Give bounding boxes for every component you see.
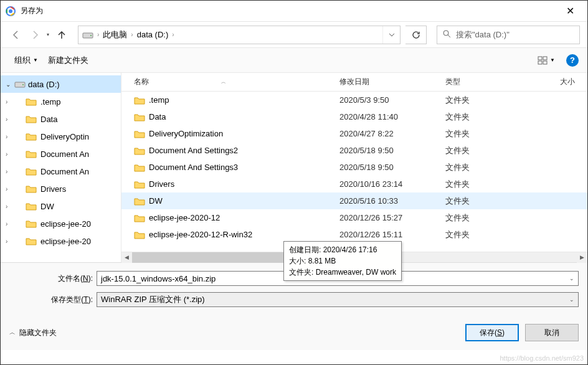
expand-icon[interactable]: › xyxy=(6,203,14,210)
scroll-right-button[interactable]: ▶ xyxy=(577,252,587,263)
file-name: DeliveryOptimization xyxy=(149,129,223,138)
nav-up-button[interactable] xyxy=(54,27,69,42)
address-dropdown-button[interactable] xyxy=(382,26,400,44)
tree-item-label: eclipse-jee-20 xyxy=(40,237,91,246)
tree-item[interactable]: ›eclipse-jee-20 xyxy=(1,232,121,250)
column-headers: 名称︿ 修改日期 类型 大小 xyxy=(121,73,587,92)
file-date: 2020/10/16 23:14 xyxy=(339,179,445,189)
search-placeholder: 搜索"data (D:)" xyxy=(456,29,510,40)
expand-icon[interactable]: › xyxy=(6,151,14,158)
collapse-icon[interactable]: ⌄ xyxy=(6,81,14,88)
tree-item[interactable]: ›Drivers xyxy=(1,180,121,197)
file-row[interactable]: Document And Settings22020/5/18 9:50文件夹 xyxy=(121,142,587,159)
file-type: 文件夹 xyxy=(445,111,526,123)
tree-item[interactable]: ›DW xyxy=(1,197,121,215)
view-mode-button[interactable]: ▼ xyxy=(534,54,559,67)
save-button[interactable]: 保存(S) xyxy=(465,324,519,341)
file-name: Document And Settings3 xyxy=(149,163,238,172)
window-title: 另存为 xyxy=(21,6,557,16)
file-name: eclipse-jee-2020-12-R-win32 xyxy=(149,230,252,239)
file-row[interactable]: DeliveryOptimization2020/4/27 8:22文件夹 xyxy=(121,125,587,142)
file-row[interactable]: Document And Settings32020/5/18 9:50文件夹 xyxy=(121,159,587,176)
file-row[interactable]: eclipse-jee-2020-12-R-win322020/12/26 15… xyxy=(121,226,587,243)
folder-icon xyxy=(134,180,145,189)
col-name-header[interactable]: 名称︿ xyxy=(134,77,339,87)
file-type: 文件夹 xyxy=(445,229,526,240)
folder-icon xyxy=(134,230,145,239)
scroll-left-button[interactable]: ◀ xyxy=(121,252,132,263)
tree-item-label: .temp xyxy=(40,97,61,107)
svg-point-4 xyxy=(443,31,448,36)
file-type: 文件夹 xyxy=(445,196,526,207)
tree-item[interactable]: ›Document An xyxy=(1,163,121,180)
file-row[interactable]: .temp2020/5/3 9:50文件夹 xyxy=(121,92,587,108)
refresh-button[interactable] xyxy=(405,26,427,44)
toolbar: 组织▼ 新建文件夹 ▼ ? xyxy=(1,48,587,73)
file-date: 2020/5/3 9:50 xyxy=(339,95,445,105)
col-type-header[interactable]: 类型 xyxy=(445,77,526,87)
watermark: https://blog.csdn.net/sm923 xyxy=(500,354,584,362)
nav-history-dropdown[interactable]: ▾ xyxy=(47,32,49,37)
col-date-header[interactable]: 修改日期 xyxy=(339,77,445,87)
tree-item[interactable]: ›.temp xyxy=(1,93,121,110)
search-icon xyxy=(442,29,451,40)
tree-item[interactable]: ›eclipse-jee-20 xyxy=(1,215,121,232)
dropdown-icon[interactable]: ⌄ xyxy=(569,296,574,303)
folder-icon xyxy=(26,202,37,211)
close-button[interactable]: ✕ xyxy=(557,5,582,17)
tree-root-item[interactable]: ⌄ data (D:) xyxy=(1,75,121,93)
file-row[interactable]: DW2020/5/16 10:33文件夹 xyxy=(121,192,587,209)
expand-icon[interactable]: › xyxy=(6,116,14,123)
tooltip-line: 大小: 8.81 MB xyxy=(289,255,396,267)
expand-icon[interactable]: › xyxy=(6,133,14,140)
folder-tree: ⌄ data (D:) ›.temp›Data›DeliveryOptin›Do… xyxy=(1,73,121,262)
tree-item[interactable]: ›Data xyxy=(1,110,121,128)
file-name: Drivers xyxy=(149,179,174,189)
folder-icon xyxy=(26,115,37,123)
folder-icon xyxy=(134,96,145,105)
breadcrumb-drive[interactable]: data (D:) xyxy=(137,30,169,39)
svg-rect-8 xyxy=(543,61,547,64)
search-input[interactable]: 搜索"data (D:)" xyxy=(437,26,580,44)
file-date: 2020/4/28 11:40 xyxy=(339,112,445,121)
chevron-up-icon: ︿ xyxy=(9,328,16,337)
expand-icon[interactable]: › xyxy=(6,98,14,105)
folder-icon xyxy=(26,132,37,141)
expand-icon[interactable]: › xyxy=(6,220,14,227)
file-list: 名称︿ 修改日期 类型 大小 .temp2020/5/3 9:50文件夹Data… xyxy=(121,73,587,262)
breadcrumb-root[interactable]: 此电脑 xyxy=(103,29,127,40)
folder-icon xyxy=(26,149,37,158)
footer: ︿隐藏文件夹 保存(S) 取消 xyxy=(1,315,587,350)
titlebar: 另存为 ✕ xyxy=(1,1,587,22)
filename-label: 文件名(N): xyxy=(9,273,97,284)
new-folder-button[interactable]: 新建文件夹 xyxy=(43,55,93,66)
expand-icon[interactable]: › xyxy=(6,168,14,175)
file-row[interactable]: Drivers2020/10/16 23:14文件夹 xyxy=(121,176,587,192)
help-button[interactable]: ? xyxy=(566,54,579,67)
folder-icon xyxy=(134,146,145,155)
file-name: DW xyxy=(149,196,163,206)
tree-item-label: Document An xyxy=(40,149,89,159)
hover-tooltip: 创建日期: 2020/4/26 17:16 大小: 8.81 MB 文件夹: D… xyxy=(283,241,402,281)
dropdown-icon[interactable]: ⌄ xyxy=(569,275,574,282)
nav-back-button[interactable] xyxy=(8,27,23,42)
chrome-icon xyxy=(6,6,16,16)
svg-rect-6 xyxy=(543,57,547,60)
filetype-label: 保存类型(T): xyxy=(9,295,97,305)
expand-icon[interactable]: › xyxy=(6,238,14,245)
col-size-header[interactable]: 大小 xyxy=(526,77,587,87)
hide-folders-toggle[interactable]: ︿隐藏文件夹 xyxy=(9,328,57,338)
address-bar[interactable]: › 此电脑 › data (D:) › xyxy=(78,29,382,40)
file-row[interactable]: Data2020/4/28 11:40文件夹 xyxy=(121,108,587,125)
cancel-button[interactable]: 取消 xyxy=(525,324,579,341)
folder-icon xyxy=(26,97,37,106)
nav-forward-button[interactable] xyxy=(28,27,43,42)
tree-item[interactable]: ›Document An xyxy=(1,145,121,163)
file-date: 2020/5/18 9:50 xyxy=(339,146,445,155)
tree-item[interactable]: ›DeliveryOptin xyxy=(1,128,121,145)
file-row[interactable]: eclipse-jee-2020-122020/12/26 15:27文件夹 xyxy=(121,209,587,226)
folder-icon xyxy=(26,167,37,176)
organize-button[interactable]: 组织▼ xyxy=(9,55,43,66)
expand-icon[interactable]: › xyxy=(6,186,14,192)
filetype-select[interactable]: WinRAR ZIP 压缩文件 (*.zip)⌄ xyxy=(97,292,579,307)
